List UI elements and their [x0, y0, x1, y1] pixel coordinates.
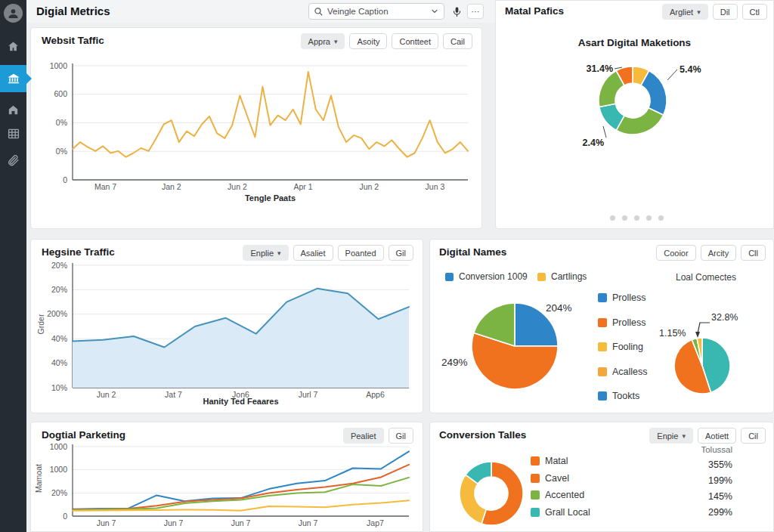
asoity-button[interactable]: Asoity	[349, 33, 387, 49]
hegsine-area-chart: 10%40%40%200%20%20%Jun 2Jat 7Jon6Jurl 7A…	[39, 259, 420, 407]
sidebar-item-home[interactable]	[0, 38, 26, 54]
home-icon	[7, 40, 20, 53]
legend-item-conversion-1009[interactable]: Conversion 1009	[445, 271, 528, 282]
legend-label: Cartlings	[551, 271, 587, 282]
cail-button[interactable]: Cail	[443, 33, 472, 49]
values-column: Tolussal 355% 199% 145% 299%	[664, 445, 732, 521]
sidebar-item-dashboard-active[interactable]	[0, 65, 26, 92]
svg-text:20%: 20%	[51, 261, 67, 270]
legend-item-tookts[interactable]: Tookts	[598, 391, 648, 401]
hegsine-toolbar: Enplie Asaliet Poanted Gil	[243, 245, 413, 261]
legend-swatch	[445, 273, 454, 281]
sidebar-item-table[interactable]	[0, 125, 26, 142]
more-options-button[interactable]: ⋯	[467, 4, 484, 19]
matal-pafics-panel: Matal Pafics Argliet Dil Ctl Asart Digit…	[495, 0, 774, 229]
legend-item-accented[interactable]: Accented	[531, 490, 590, 500]
gil-button[interactable]: Gil	[389, 428, 413, 444]
gil-button[interactable]: Gil	[389, 245, 413, 261]
legend-item-prolless-2[interactable]: Prolless	[598, 317, 648, 328]
legend-swatch	[598, 367, 607, 376]
legend-swatch	[531, 474, 540, 483]
poanted-button[interactable]: Poanted	[338, 245, 384, 261]
panel-title: Matal Pafics	[505, 5, 564, 17]
legend-item-prolless-1[interactable]: Prolless	[598, 292, 648, 303]
dil-button[interactable]: Dil	[713, 4, 738, 20]
pie-label-249: 249%	[441, 357, 468, 368]
legend-swatch	[598, 318, 607, 327]
svg-text:Jun 7: Jun 7	[299, 518, 318, 527]
svg-text:600: 600	[54, 89, 67, 98]
carousel-dots	[610, 215, 664, 221]
svg-text:Jun 7: Jun 7	[97, 518, 116, 527]
legend-item-grall-local[interactable]: Grall Local	[531, 507, 590, 518]
sidebar-item-home-alt[interactable]	[0, 101, 26, 118]
value-grall-local: 299%	[664, 505, 732, 521]
microphone-icon	[451, 6, 463, 17]
conversion-talles-donut-chart	[441, 456, 543, 532]
legend-item-cartlings[interactable]: Cartlings	[537, 271, 587, 282]
legend-item-fooling[interactable]: Fooling	[598, 342, 648, 352]
panel-title: Conversion Talles	[439, 429, 526, 441]
search-input[interactable]: Veingle Caption	[308, 3, 444, 20]
pie-label-204: 204%	[546, 302, 572, 314]
enpie-dropdown-button[interactable]: Enpie	[649, 428, 693, 444]
table-icon	[7, 127, 20, 141]
svg-text:0%: 0%	[56, 147, 67, 156]
appra-dropdown-button[interactable]: Appra	[301, 33, 345, 49]
carousel-dot[interactable]	[622, 215, 627, 221]
asart-donut-chart: 31.4% 5.4% 2.4%	[496, 48, 774, 169]
panel-title: Dogtial Parketing	[42, 429, 125, 441]
conversion-talles-panel: Conversion Talles Enpie Aotiett Cil Mata…	[429, 422, 774, 532]
enplie-dropdown-button[interactable]: Enplie	[243, 245, 288, 261]
more-options-glyph: ⋯	[472, 7, 480, 17]
carousel-dot[interactable]	[610, 215, 615, 221]
svg-text:1000: 1000	[50, 465, 68, 474]
asaliet-button[interactable]: Asaliet	[293, 245, 333, 261]
x-axis-title: Hanity Ted Feaares	[73, 397, 409, 406]
search-icon	[314, 7, 324, 17]
legend-swatch	[598, 342, 607, 351]
svg-text:1000: 1000	[50, 61, 68, 70]
cooior-button[interactable]: Cooior	[656, 245, 695, 261]
svg-text:0: 0	[63, 175, 67, 184]
aotiett-button[interactable]: Aotiett	[698, 428, 736, 444]
value-accented: 145%	[664, 489, 732, 505]
legend-label: Prolless	[612, 292, 646, 303]
paperclip-icon	[7, 153, 20, 166]
chevron-down-icon[interactable]	[430, 7, 439, 16]
page-title: Digial Metrics	[36, 5, 110, 17]
ctl-button[interactable]: Ctl	[742, 4, 767, 20]
sidebar-item-attachments[interactable]	[0, 151, 26, 168]
carousel-dot[interactable]	[646, 215, 652, 221]
arcity-button[interactable]: Arcity	[701, 245, 737, 261]
svg-text:Man 7: Man 7	[94, 182, 116, 191]
svg-text:Jun 7: Jun 7	[164, 518, 184, 527]
search-value: Veingle Caption	[327, 7, 426, 16]
carousel-dot[interactable]	[658, 215, 664, 221]
legend-item-matal[interactable]: Matal	[531, 456, 590, 466]
bank-icon	[0, 72, 26, 85]
donut-label-5: 5.4%	[680, 64, 701, 75]
pealiet-button[interactable]: Pealiet	[343, 428, 384, 444]
contteet-button[interactable]: Contteet	[392, 33, 438, 49]
legend-item-acalless[interactable]: Acalless	[598, 367, 648, 377]
microphone-button[interactable]	[449, 4, 464, 19]
donut-chart-title: Asart Digital Maketions	[496, 37, 773, 48]
cil-button[interactable]: Cil	[741, 428, 766, 444]
argliet-dropdown-button[interactable]: Argliet	[662, 4, 708, 20]
dogtial-toolbar: Pealiet Gil	[343, 428, 413, 444]
legend-swatch	[531, 490, 540, 500]
home-alt-icon	[7, 104, 20, 116]
donut-label-2: 2.4%	[583, 138, 605, 148]
legend-label: Conversion 1009	[459, 271, 528, 282]
svg-text:40%: 40%	[51, 334, 67, 343]
pie-label-32: 32.8%	[711, 312, 738, 323]
svg-text:Jan 2: Jan 2	[162, 182, 181, 191]
avatar[interactable]	[4, 4, 23, 23]
cll-button[interactable]: Cll	[741, 245, 766, 261]
legend-item-cavel[interactable]: Cavel	[531, 473, 590, 484]
carousel-dot[interactable]	[634, 215, 639, 221]
svg-text:20%: 20%	[51, 488, 67, 497]
x-axis-title: Tengle Paats	[73, 193, 468, 203]
donut-label-31: 31.4%	[587, 63, 613, 74]
